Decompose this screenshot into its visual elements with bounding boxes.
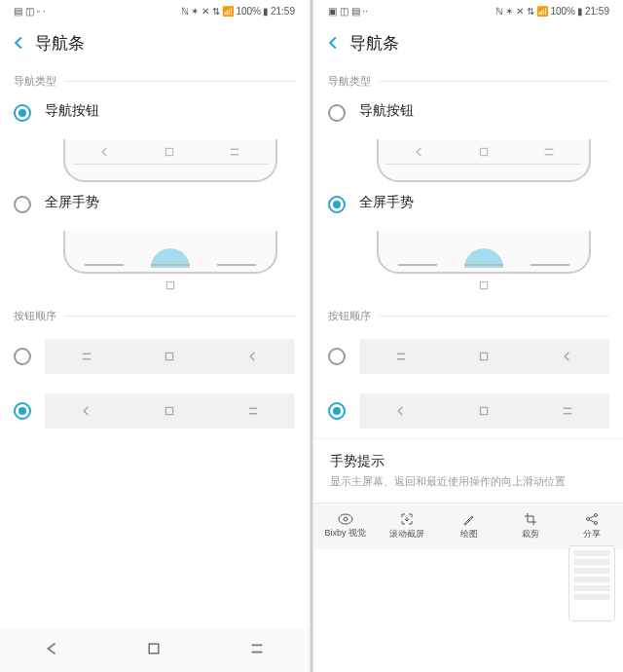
section-button-order: 按钮顺序: [14, 309, 295, 323]
crop-button[interactable]: 裁剪: [499, 504, 561, 549]
radio-order-2[interactable]: [328, 402, 346, 420]
draw-button[interactable]: 绘图: [438, 504, 499, 549]
svg-point-10: [344, 517, 348, 521]
page-title: 导航条: [35, 32, 85, 55]
status-bar: ▤ ◫ ◦ · ℕ ✶ ✕ ⇅ 📶 100% ▮ 21:59: [0, 0, 309, 21]
svg-rect-3: [166, 407, 173, 414]
nav-home-icon[interactable]: [146, 641, 162, 660]
option-full-gestures[interactable]: 全屏手势: [328, 186, 609, 299]
svg-rect-6: [481, 281, 488, 288]
order-bar-recents-home-back: [359, 339, 609, 374]
radio-order-1[interactable]: [14, 348, 31, 365]
screen-right: ▣ ◫ ▤ ·· ℕ ✶ ✕ ⇅ 📶 100% ▮ 21:59 导航条 导航类型…: [314, 0, 623, 672]
svg-rect-5: [481, 148, 488, 155]
nav-buttons-illustration: [45, 126, 295, 182]
option-full-gestures[interactable]: 全屏手势: [14, 186, 295, 299]
button-order-option-2[interactable]: [314, 384, 623, 438]
back-button[interactable]: [324, 34, 342, 52]
svg-rect-8: [481, 407, 488, 414]
svg-rect-1: [166, 281, 173, 288]
nav-recents-icon[interactable]: [248, 640, 266, 661]
nav-back-icon[interactable]: [43, 640, 60, 661]
order-bar-recents-home-back: [45, 339, 295, 374]
header: 导航条: [0, 21, 309, 64]
svg-point-13: [595, 522, 598, 525]
status-icons: ✶ ✕ ⇅ 📶: [191, 6, 234, 17]
section-nav-type: 导航类型: [328, 74, 609, 89]
nav-buttons-illustration: [359, 126, 609, 182]
home-indicator-icon: [359, 274, 609, 295]
gesture-hint-row[interactable]: 手势提示 显示主屏幕、返回和最近使用操作的向上滑动位置: [314, 438, 623, 503]
radio-nav-buttons[interactable]: [328, 104, 346, 122]
status-time: 21:59: [585, 6, 609, 17]
svg-rect-2: [166, 353, 173, 359]
option-nav-buttons-label: 导航按钮: [359, 102, 609, 120]
radio-full-gestures[interactable]: [328, 196, 346, 213]
status-left-icons: ▣ ◫ ▤ ··: [328, 6, 368, 17]
order-bar-back-home-recents: [45, 393, 295, 429]
order-bar-back-home-recents: [359, 393, 609, 429]
status-battery-text: 100%: [236, 6, 261, 17]
back-button[interactable]: [10, 34, 27, 52]
screen-left: ▤ ◫ ◦ · ℕ ✶ ✕ ⇅ 📶 100% ▮ 21:59 导航条 导航类型 …: [0, 0, 309, 672]
status-battery-text: 100%: [550, 6, 575, 17]
option-nav-buttons[interactable]: 导航按钮: [328, 94, 609, 186]
full-gestures-illustration: [359, 217, 609, 274]
bixby-vision-button[interactable]: Bixby 视觉: [314, 504, 376, 549]
option-full-gestures-label: 全屏手势: [359, 194, 609, 211]
header: 导航条: [314, 21, 623, 64]
scroll-capture-button[interactable]: 滚动截屏: [376, 504, 437, 549]
section-button-order: 按钮顺序: [328, 309, 609, 323]
svg-point-11: [595, 514, 598, 517]
status-nfc-icon: ℕ: [181, 6, 189, 17]
gesture-hint-title: 手势提示: [330, 453, 607, 470]
button-order-option-1[interactable]: [0, 329, 309, 384]
radio-full-gestures[interactable]: [14, 196, 31, 213]
home-indicator-icon: [45, 274, 295, 295]
status-battery-icon: ▮: [263, 6, 269, 17]
section-nav-type: 导航类型: [14, 74, 295, 89]
svg-rect-4: [150, 644, 160, 653]
status-nfc-icon: ℕ: [495, 6, 503, 17]
option-full-gestures-label: 全屏手势: [45, 194, 295, 211]
radio-order-1[interactable]: [328, 348, 346, 365]
status-icons: ✶ ✕ ⇅ 📶: [505, 6, 548, 17]
device-nav-bar: [0, 629, 309, 672]
gesture-hint-body: 显示主屏幕、返回和最近使用操作的向上滑动位置: [330, 474, 607, 489]
full-gestures-illustration: [45, 217, 295, 274]
svg-rect-7: [481, 353, 488, 359]
button-order-option-1[interactable]: [314, 329, 623, 384]
status-battery-icon: ▮: [577, 6, 583, 17]
screenshot-toolbar: Bixby 视觉 滚动截屏 绘图 裁剪 分享: [314, 503, 623, 549]
svg-point-12: [587, 518, 590, 521]
status-bar: ▣ ◫ ▤ ·· ℕ ✶ ✕ ⇅ 📶 100% ▮ 21:59: [314, 0, 623, 21]
screenshot-preview[interactable]: [568, 545, 615, 621]
page-title: 导航条: [349, 32, 399, 55]
share-button[interactable]: 分享: [562, 504, 623, 549]
radio-order-2[interactable]: [14, 402, 31, 420]
svg-rect-0: [166, 148, 173, 155]
svg-point-9: [339, 514, 352, 524]
option-nav-buttons[interactable]: 导航按钮: [14, 94, 295, 186]
button-order-option-2[interactable]: [0, 384, 309, 438]
option-nav-buttons-label: 导航按钮: [45, 102, 295, 120]
radio-nav-buttons[interactable]: [14, 104, 31, 122]
status-time: 21:59: [271, 6, 295, 17]
status-left-icons: ▤ ◫ ◦ ·: [14, 6, 46, 17]
